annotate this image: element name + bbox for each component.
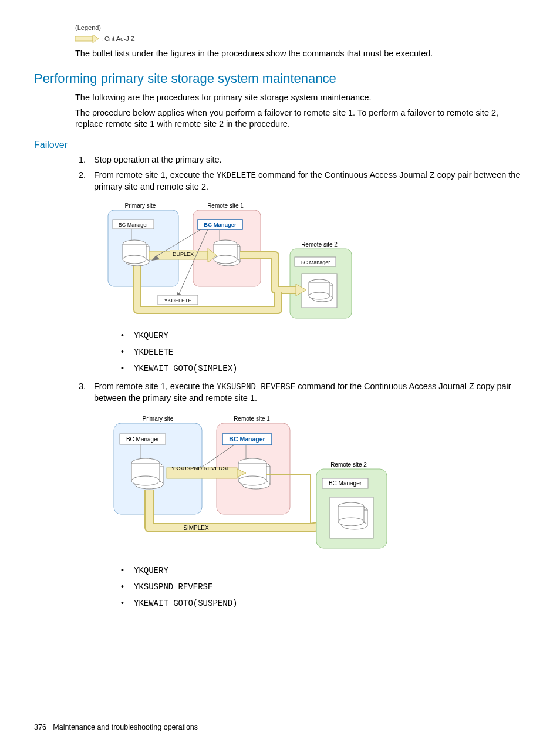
step-3: From remote site 1, execute the YKSUSPND… <box>88 381 526 609</box>
svg-point-10 <box>123 255 146 264</box>
d2-remote2-label: Remote site 2 <box>330 461 367 468</box>
intro-text: The bullet lists under the figures in th… <box>75 48 526 60</box>
d1-bc1: BC Manager <box>119 222 149 228</box>
diagram-1: Primary site BC Manager <box>102 198 526 325</box>
d2-remote1-label: Remote site 1 <box>234 416 270 422</box>
page-footer: 376 Maintenance and troubleshooting oper… <box>34 723 198 733</box>
svg-point-19 <box>214 255 237 264</box>
d1-remote2-label: Remote site 2 <box>301 241 338 248</box>
heading-failover: Failover <box>34 139 526 151</box>
d2-primary-label: Primary site <box>143 416 174 422</box>
d2-bc2: BC Manager <box>229 436 265 443</box>
cmd-text: YKEWAIT GOTO(SIMPLEX) <box>134 364 237 373</box>
cmds-list-1: YKQUERY YKDELETE YKEWAIT GOTO(SIMPLEX) <box>117 330 526 374</box>
d2-bc1: BC Manager <box>126 436 160 443</box>
heading-main: Performing primary site storage system m… <box>34 70 526 87</box>
legend-arrow-icon <box>75 35 99 43</box>
cylinder-icon <box>309 279 333 302</box>
d2-yksuspnd: YKSUSPND REVERSE <box>171 465 230 471</box>
d1-remote1-label: Remote site 1 <box>207 202 244 209</box>
svg-point-55 <box>238 476 266 485</box>
step2-a: From remote site 1, execute the <box>94 170 217 180</box>
cylinder-icon <box>131 458 163 489</box>
cmd-item: YKSUSPND REVERSE <box>117 581 526 593</box>
legend-title: (Legend) <box>75 23 526 32</box>
cmd-item: YKQUERY <box>117 565 526 576</box>
para1: The following are the procedures for pri… <box>75 92 526 104</box>
cmd-text: YKSUSPND REVERSE <box>134 582 212 592</box>
cmd-item: YKDELETE <box>117 346 526 358</box>
diagram-2: Primary site BC Manager Remote site <box>102 410 526 561</box>
steps-list: Stop operation at the primary site. From… <box>75 154 526 609</box>
svg-marker-1 <box>93 35 99 43</box>
svg-point-69 <box>338 518 364 526</box>
cmd-item: YKEWAIT GOTO(SUSPEND) <box>117 598 526 609</box>
cmd-text: YKDELETE <box>134 347 173 357</box>
svg-rect-0 <box>75 36 93 41</box>
d2-bc3: BC Manager <box>329 480 362 487</box>
cmd-item: YKEWAIT GOTO(SIMPLEX) <box>117 363 526 374</box>
legend-item-text: : Cnt Ac-J Z <box>101 35 134 43</box>
cylinder-icon <box>214 240 240 266</box>
step1-text: Stop operation at the primary site. <box>94 155 222 164</box>
svg-point-31 <box>309 292 330 299</box>
cmd-text: YKQUERY <box>134 331 168 340</box>
step-2: From remote site 1, execute the YKDELETE… <box>88 170 526 374</box>
cmd-text: YKQUERY <box>134 566 168 575</box>
cylinder-icon <box>123 240 149 266</box>
d1-bc3: BC Manager <box>301 259 330 265</box>
d1-duplex: DUPLEX <box>173 251 194 257</box>
para2: The procedure below applies when you per… <box>75 107 526 130</box>
cmds-list-2: YKQUERY YKSUSPND REVERSE YKEWAIT GOTO(SU… <box>117 565 526 609</box>
step-1: Stop operation at the primary site. <box>88 154 526 166</box>
d1-ykdelete: YKDELETE <box>164 298 191 303</box>
cmd-text: YKEWAIT GOTO(SUSPEND) <box>134 599 237 608</box>
d1-bc2: BC Manager <box>204 221 237 228</box>
d1-primary-label: Primary site <box>125 202 156 209</box>
d2-simplex: SIMPLEX <box>183 525 209 531</box>
step2-cmd: YKDELETE <box>217 171 256 180</box>
svg-point-46 <box>131 476 160 485</box>
step3-cmd: YKSUSPND REVERSE <box>217 382 295 391</box>
page-number: 376 <box>34 723 46 731</box>
cmd-item: YKQUERY <box>117 330 526 342</box>
legend-block: (Legend) : Cnt Ac-J Z <box>75 23 526 43</box>
step3-a: From remote site 1, execute the <box>94 382 217 391</box>
footer-title: Maintenance and troubleshooting operatio… <box>53 723 198 731</box>
cylinder-icon <box>338 502 367 529</box>
